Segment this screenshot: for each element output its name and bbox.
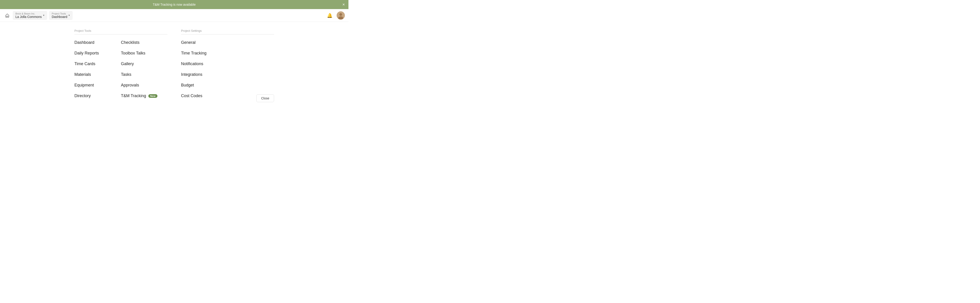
project-tools-title: Project Tools: [75, 29, 167, 35]
new-badge: New: [148, 94, 158, 98]
company-name: Brick & Beam Inc.: [16, 12, 42, 15]
project-tools-menu: Project Tools Dashboard Daily Reports Ti…: [65, 22, 283, 107]
menu-item-time-tracking[interactable]: Time Tracking: [181, 48, 274, 59]
menu-item-approvals[interactable]: Approvals: [121, 80, 167, 91]
company-dropdown[interactable]: Brick & Beam Inc. La Jolla Commons ▾: [13, 11, 47, 20]
project-tools-col2: Checklists Toolbox Talks Gallery Tasks A…: [121, 37, 167, 101]
menu-item-budget[interactable]: Budget: [181, 80, 274, 91]
menu-item-toolbox-talks[interactable]: Toolbox Talks: [121, 48, 167, 59]
menu-item-integrations[interactable]: Integrations: [181, 69, 274, 80]
section-info: Project Tools Dashboard: [52, 12, 67, 19]
menu-item-tm-tracking[interactable]: T&M Tracking New: [121, 91, 167, 101]
svg-point-1: [339, 13, 342, 16]
menu-item-general[interactable]: General: [181, 37, 274, 48]
menu-grid: Project Tools Dashboard Daily Reports Ti…: [75, 27, 274, 101]
avatar-svg: [337, 11, 345, 19]
section-chevron-icon: ▾: [68, 14, 70, 17]
company-info: Brick & Beam Inc. La Jolla Commons: [16, 12, 42, 19]
company-chevron-icon: ▾: [43, 14, 45, 17]
menu-item-time-cards[interactable]: Time Cards: [75, 59, 121, 69]
banner-close-button[interactable]: ×: [342, 3, 345, 6]
menu-item-dashboard[interactable]: Dashboard: [75, 37, 121, 48]
user-avatar[interactable]: [337, 11, 345, 19]
menu-item-equipment[interactable]: Equipment: [75, 80, 121, 91]
menu-item-materials[interactable]: Materials: [75, 69, 121, 80]
project-settings-title: Project Settings: [181, 29, 274, 35]
project-tools-section: Project Tools Dashboard Daily Reports Ti…: [75, 29, 167, 101]
top-navigation: Brick & Beam Inc. La Jolla Commons ▾ Pro…: [0, 9, 348, 22]
project-tools-columns: Dashboard Daily Reports Time Cards Mater…: [75, 37, 167, 101]
section-label: Project Tools: [52, 12, 67, 15]
bell-icon: 🔔: [327, 13, 332, 18]
menu-item-tasks[interactable]: Tasks: [121, 69, 167, 80]
project-settings-section: Project Settings General Time Tracking N…: [181, 29, 274, 101]
close-button[interactable]: Close: [256, 94, 274, 102]
nav-right-section: 🔔: [326, 11, 345, 19]
banner-text: T&M Tracking is now available: [153, 3, 196, 6]
home-icon: [5, 13, 10, 18]
notifications-button[interactable]: 🔔: [326, 11, 334, 19]
menu-item-notifications[interactable]: Notifications: [181, 59, 274, 69]
menu-item-daily-reports[interactable]: Daily Reports: [75, 48, 121, 59]
announcement-banner: T&M Tracking is now available ×: [0, 0, 348, 9]
project-settings-col: General Time Tracking Notifications Inte…: [181, 37, 274, 101]
menu-item-checklists[interactable]: Checklists: [121, 37, 167, 48]
project-tools-col1: Dashboard Daily Reports Time Cards Mater…: [75, 37, 121, 101]
menu-item-gallery[interactable]: Gallery: [121, 59, 167, 69]
project-name: La Jolla Commons: [16, 15, 42, 19]
nav-left-section: Brick & Beam Inc. La Jolla Commons ▾ Pro…: [4, 11, 73, 20]
avatar-image: [337, 11, 345, 19]
home-button[interactable]: [4, 12, 11, 19]
menu-item-directory[interactable]: Directory: [75, 91, 121, 101]
section-dropdown[interactable]: Project Tools Dashboard ▾: [49, 11, 73, 20]
page-label: Dashboard: [52, 15, 67, 19]
